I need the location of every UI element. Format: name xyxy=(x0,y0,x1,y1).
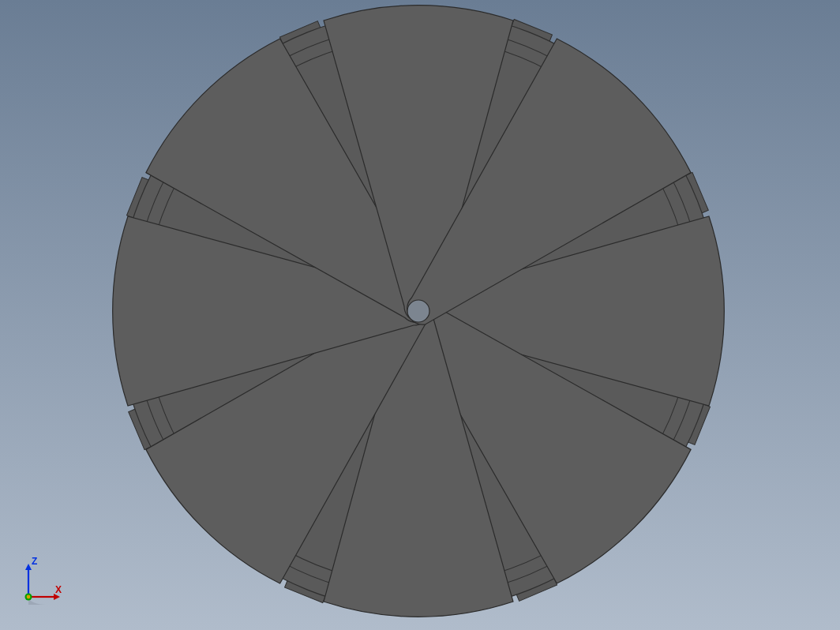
triad-origin-dot xyxy=(27,595,31,599)
model-root[interactable] xyxy=(113,6,725,617)
view-triad[interactable]: X Z xyxy=(14,561,69,608)
triad-z-label: Z xyxy=(32,556,37,567)
triad-x-label: X xyxy=(55,584,62,595)
triad-z-axis xyxy=(25,564,32,597)
model-canvas[interactable] xyxy=(0,0,840,630)
svg-marker-11 xyxy=(25,564,32,570)
center-hole xyxy=(407,300,429,322)
cad-viewport[interactable]: X Z xyxy=(0,0,840,630)
